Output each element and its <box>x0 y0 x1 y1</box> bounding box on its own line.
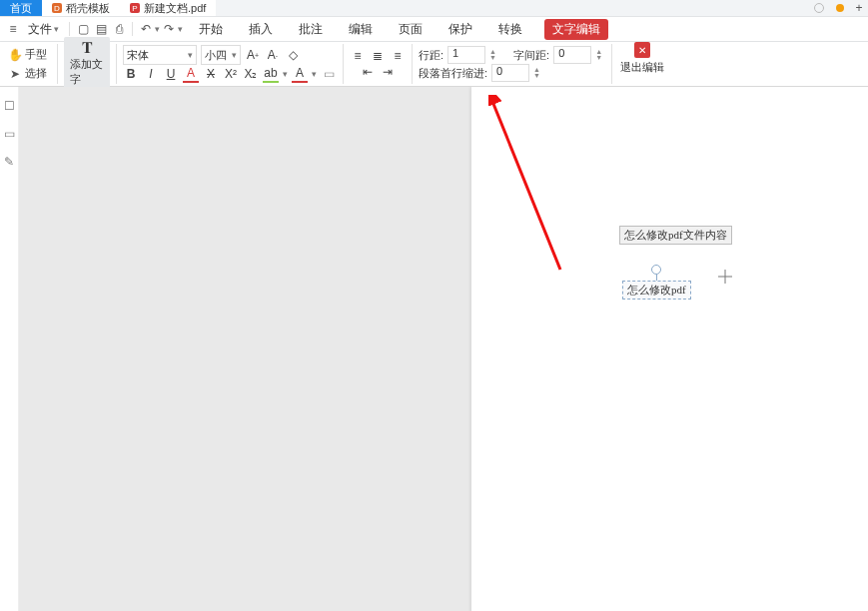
separator <box>116 44 117 84</box>
align-center-icon[interactable]: ≣ <box>370 48 386 64</box>
hand-tool-button[interactable]: ✋ 手型 <box>4 45 51 64</box>
cursor-icon: ➤ <box>8 67 22 81</box>
strikethrough-icon[interactable]: X <box>203 66 219 82</box>
spinner-icon[interactable]: ▲▼ <box>595 49 605 61</box>
new-tab-button[interactable]: + <box>850 1 868 15</box>
separator <box>69 22 70 36</box>
exit-edit-group: ✕ 退出编辑 <box>614 42 670 86</box>
menu-item-protect[interactable]: 保护 <box>444 19 476 40</box>
hamburger-icon[interactable]: ≡ <box>4 20 22 38</box>
spinner-icon[interactable]: ▲▼ <box>533 67 543 79</box>
rotate-handle-icon[interactable] <box>651 265 661 275</box>
open-file-icon[interactable]: ▢ <box>74 20 92 38</box>
separator <box>412 44 413 84</box>
spinner-icon[interactable]: ▲▼ <box>489 49 499 61</box>
font-name-select[interactable]: 宋体 ▾ <box>123 45 197 65</box>
file-menu-label: 文件 <box>28 21 52 38</box>
select-tool-label: 选择 <box>25 66 47 81</box>
tab-docker-templates[interactable]: D 稻壳模板 <box>42 0 120 16</box>
text-cursor-icon: 𝐓 <box>80 41 94 55</box>
tab-pdf-document[interactable]: P 新建文档.pdf <box>120 0 216 16</box>
page[interactable] <box>471 87 868 611</box>
fill-color-icon[interactable]: ▭ <box>321 66 337 82</box>
align-left-icon[interactable]: ≡ <box>350 48 366 64</box>
tab-bar: 首页 D 稻壳模板 P 新建文档.pdf + <box>0 0 868 17</box>
font-color-icon[interactable]: A <box>183 65 199 83</box>
text-block-2[interactable]: 怎么修改pdf <box>622 281 691 300</box>
font-group: 宋体 ▾ 小四 ▾ A+ A- ◇ B I U A X X² X₂ ab ▾ A… <box>119 42 341 86</box>
char-spacing-input[interactable]: 0 <box>553 46 591 64</box>
align-right-icon[interactable]: ≡ <box>390 48 406 64</box>
font-shrink-icon[interactable]: A- <box>265 47 281 63</box>
close-icon: ✕ <box>638 45 646 56</box>
font-size-value: 小四 <box>205 48 227 63</box>
chevron-down-icon: ▾ <box>54 24 59 34</box>
tool-modes: ✋ 手型 ➤ 选择 <box>0 42 55 86</box>
file-menu[interactable]: 文件 ▾ <box>22 21 65 38</box>
first-indent-label: 段落首行缩进: <box>419 66 487 81</box>
separator <box>611 44 612 84</box>
vertical-sidebar: ☐ ▭ ✎ <box>0 87 19 611</box>
text-block-1[interactable]: 怎么修改pdf文件内容 <box>619 226 732 245</box>
char-spacing-label: 字间距: <box>513 48 549 63</box>
align-group: ≡ ≣ ≡ ⇤ ⇥ <box>346 42 410 86</box>
sync-indicator-icon[interactable] <box>814 3 824 13</box>
chevron-down-icon: ▾ <box>188 50 193 60</box>
add-text-group: 𝐓 添加文字 <box>60 42 114 86</box>
hand-icon: ✋ <box>8 48 22 62</box>
superscript-icon[interactable]: X² <box>223 66 239 82</box>
bold-icon[interactable]: B <box>123 66 139 82</box>
redo-icon[interactable]: ↷ <box>160 20 178 38</box>
chevron-down-icon[interactable]: ▾ <box>283 69 288 79</box>
italic-icon[interactable]: I <box>143 66 159 82</box>
selected-text-block[interactable]: 怎么修改pdf <box>622 265 691 300</box>
print-icon[interactable]: ⎙ <box>110 20 128 38</box>
font-name-value: 宋体 <box>127 48 149 63</box>
tab-home[interactable]: 首页 <box>0 0 42 16</box>
hand-tool-label: 手型 <box>25 47 47 62</box>
font-grow-icon[interactable]: A+ <box>245 47 261 63</box>
select-tool-button[interactable]: ➤ 选择 <box>4 64 51 83</box>
separator <box>343 44 344 84</box>
crosshair-cursor-icon <box>718 270 732 284</box>
text-color-icon[interactable]: A <box>292 65 308 83</box>
tab-label: 新建文档.pdf <box>144 1 206 16</box>
eraser-icon[interactable]: ◇ <box>285 47 301 63</box>
bookmark-icon[interactable]: ☐ <box>2 99 16 113</box>
line-spacing-input[interactable]: 1 <box>447 46 485 64</box>
pdf-app-icon: P <box>130 3 140 13</box>
unsaved-indicator-icon <box>836 4 844 12</box>
save-icon[interactable]: ▤ <box>92 20 110 38</box>
menu-item-convert[interactable]: 转换 <box>494 19 526 40</box>
toolbar: ✋ 手型 ➤ 选择 𝐓 添加文字 宋体 ▾ 小四 ▾ A+ A- ◇ <box>0 42 868 87</box>
indent-decrease-icon[interactable]: ⇤ <box>360 64 376 80</box>
highlight-color-icon[interactable]: ab <box>263 65 279 83</box>
menu-item-comment[interactable]: 批注 <box>295 19 327 40</box>
thumbnails-icon[interactable]: ▭ <box>2 127 16 141</box>
exit-edit-label: 退出编辑 <box>620 60 664 75</box>
menu-items: 开始 插入 批注 编辑 页面 保护 转换 文字编辑 <box>195 19 608 40</box>
chevron-down-icon: ▾ <box>232 50 237 60</box>
line-spacing-label: 行距: <box>419 48 443 63</box>
menu-item-start[interactable]: 开始 <box>195 19 227 40</box>
exit-edit-button[interactable]: ✕ <box>634 42 650 58</box>
undo-icon[interactable]: ↶ <box>137 20 155 38</box>
canvas[interactable]: 怎么修改pdf文件内容 怎么修改pdf <box>19 87 868 611</box>
add-text-button[interactable]: 𝐓 添加文字 <box>64 37 110 91</box>
first-indent-input[interactable]: 0 <box>491 64 529 82</box>
chevron-down-icon[interactable]: ▾ <box>178 24 183 34</box>
wps-app-icon: D <box>52 3 62 13</box>
add-text-label: 添加文字 <box>70 57 104 87</box>
indent-increase-icon[interactable]: ⇥ <box>380 64 396 80</box>
menu-item-text-edit[interactable]: 文字编辑 <box>544 19 608 40</box>
menu-item-insert[interactable]: 插入 <box>245 19 277 40</box>
subscript-icon[interactable]: X₂ <box>243 66 259 82</box>
menu-item-page[interactable]: 页面 <box>395 19 427 40</box>
chevron-down-icon[interactable]: ▾ <box>312 69 317 79</box>
attachments-icon[interactable]: ✎ <box>2 155 16 169</box>
menu-item-edit[interactable]: 编辑 <box>345 19 377 40</box>
font-size-select[interactable]: 小四 ▾ <box>201 45 241 65</box>
separator <box>57 44 58 84</box>
separator <box>132 22 133 36</box>
underline-icon[interactable]: U <box>163 66 179 82</box>
